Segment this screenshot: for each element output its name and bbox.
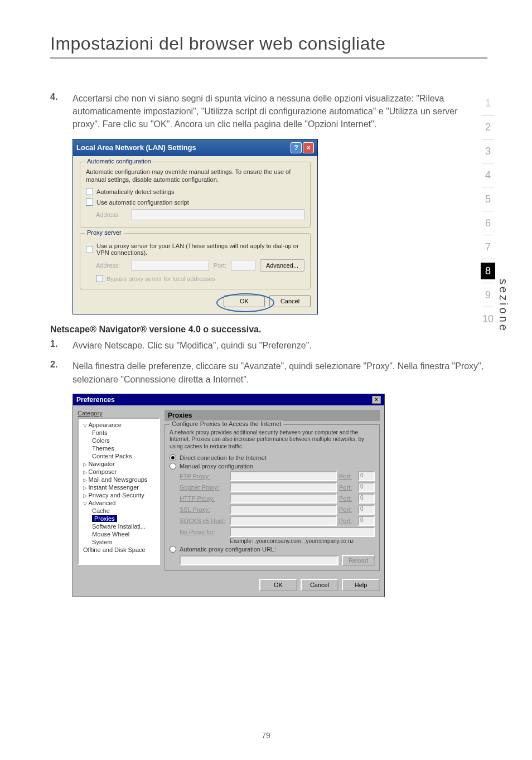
close-icon[interactable]: ×	[303, 142, 314, 153]
gopher-port: 0	[358, 482, 375, 492]
gopher-input	[230, 482, 337, 492]
port-label: Port:	[339, 517, 356, 524]
tab-8[interactable]: 8	[481, 263, 495, 279]
proxy-server-group: Proxy server Use a proxy server for your…	[80, 233, 311, 289]
http-label: HTTP Proxy:	[180, 495, 228, 502]
ok-button[interactable]: OK	[259, 579, 297, 591]
proxy-address-input	[132, 260, 209, 271]
ftp-proxy-row: FTP Proxy: Port: 0	[180, 471, 375, 481]
tab-1[interactable]: 1	[481, 95, 495, 112]
manual-proxy-row[interactable]: Manual proxy configuration	[170, 463, 375, 469]
socks-label: SOCKS v5 Host:	[180, 517, 228, 524]
auto-detect-row[interactable]: Automatically detect settings	[86, 188, 304, 195]
page-number: 79	[0, 731, 532, 740]
automatic-config-group: Automatic configuration Automatic config…	[80, 162, 311, 228]
section-tabs: 1 2 3 4 5 6 7 8 9 10	[481, 95, 495, 327]
lan-title: Local Area Network (LAN) Settings	[76, 143, 196, 152]
gopher-label: Gopher Proxy:	[180, 484, 228, 491]
tree-content-packs[interactable]: Content Packs	[80, 452, 158, 460]
ssl-input	[230, 505, 337, 515]
radio-icon[interactable]	[170, 546, 176, 553]
tree-mouse[interactable]: Mouse Wheel	[80, 530, 158, 538]
close-icon[interactable]: ×	[372, 396, 381, 404]
tree-fonts[interactable]: Fonts	[80, 429, 158, 437]
preferences-dialog: Preferences × Category Appearance Fonts …	[72, 394, 385, 598]
proxy-use-row[interactable]: Use a proxy server for your LAN (These s…	[86, 243, 304, 256]
direct-connection-row[interactable]: Direct connection to the Internet	[170, 454, 375, 461]
pref-titlebar: Preferences ×	[73, 394, 384, 405]
tree-themes[interactable]: Themes	[80, 444, 158, 452]
cancel-button[interactable]: Cancel	[269, 295, 311, 307]
category-label: Category	[78, 410, 160, 417]
tree-offline[interactable]: Offline and Disk Space	[80, 546, 158, 554]
socks-row: SOCKS v5 Host: Port: 0	[180, 516, 375, 526]
tree-proxies[interactable]: Proxies	[80, 515, 158, 522]
tree-mail[interactable]: Mail and Newsgroups	[80, 476, 158, 483]
tree-colors[interactable]: Colors	[80, 437, 158, 444]
lan-dialog: Local Area Network (LAN) Settings ? × Au…	[72, 139, 318, 315]
step-4-num: 4.	[50, 92, 72, 131]
step-4-body: Accertarsi che non vi siano segni di spu…	[72, 92, 487, 131]
category-tree[interactable]: Appearance Fonts Colors Themes Content P…	[78, 418, 160, 565]
tab-7[interactable]: 7	[481, 239, 495, 255]
radio-icon[interactable]	[170, 463, 176, 469]
auto-proxy-row[interactable]: Automatic proxy configuration URL:	[170, 546, 375, 553]
ok-button[interactable]: OK	[224, 295, 265, 307]
tree-advanced[interactable]: Advanced	[80, 499, 158, 507]
ftp-label: FTP Proxy:	[180, 473, 228, 480]
tab-4[interactable]: 4	[481, 167, 495, 183]
gopher-proxy-row: Gopher Proxy: Port: 0	[180, 482, 375, 492]
ftp-port: 0	[358, 471, 375, 481]
checkbox-icon[interactable]	[86, 199, 93, 206]
tree-navigator[interactable]: Navigator	[80, 460, 158, 468]
http-input	[230, 493, 337, 504]
proxies-desc: A network proxy provides additional secu…	[170, 429, 375, 451]
help-icon[interactable]: ?	[291, 142, 302, 153]
tree-im[interactable]: Instant Messenger	[80, 483, 158, 491]
proxy-desc: Use a proxy server for your LAN (These s…	[96, 243, 304, 256]
lan-titlebar: Local Area Network (LAN) Settings ? ×	[73, 139, 317, 156]
tab-2[interactable]: 2	[481, 119, 495, 135]
ssl-proxy-row: SSL Proxy: Port: 0	[180, 505, 375, 515]
auto-url-input	[180, 555, 338, 565]
step-ns2-num: 2.	[50, 360, 72, 385]
tab-10[interactable]: 10	[481, 311, 495, 327]
title-rule	[50, 57, 487, 59]
tab-6[interactable]: 6	[481, 215, 495, 231]
ssl-port: 0	[358, 505, 375, 515]
tree-composer[interactable]: Composer	[80, 468, 158, 476]
step-ns1-body: Avviare Netscape. Clic su "Modifica", qu…	[72, 339, 487, 352]
checkbox-icon	[96, 275, 103, 282]
auto-detect-label: Automatically detect settings	[96, 188, 174, 195]
checkbox-icon[interactable]	[86, 188, 93, 195]
proxy-group-title: Proxy server	[85, 229, 124, 236]
pref-title: Preferences	[76, 396, 115, 404]
tab-5[interactable]: 5	[481, 191, 495, 207]
tree-appearance[interactable]: Appearance	[80, 421, 158, 429]
radio-icon[interactable]	[170, 454, 176, 461]
address-input	[132, 209, 304, 220]
port-label: Port:	[339, 495, 356, 502]
direct-label: Direct connection to the Internet	[180, 454, 267, 461]
address-label: Address	[96, 211, 127, 218]
page-title: Impostazioni del browser web consigliate	[50, 33, 487, 54]
tree-system[interactable]: System	[80, 538, 158, 546]
http-port: 0	[358, 493, 375, 504]
step-ns1-num: 1.	[50, 339, 72, 352]
tab-3[interactable]: 3	[481, 143, 495, 159]
tree-cache[interactable]: Cache	[80, 507, 158, 515]
http-proxy-row: HTTP Proxy: Port: 0	[180, 493, 375, 504]
auto-script-row[interactable]: Use automatic configuration script	[86, 199, 304, 206]
noproxy-input	[230, 527, 375, 537]
tree-privacy[interactable]: Privacy and Security	[80, 491, 158, 499]
socks-input	[230, 516, 337, 526]
port-label: Port:	[339, 506, 356, 513]
help-button[interactable]: Help	[342, 579, 380, 591]
cancel-button[interactable]: Cancel	[301, 579, 338, 591]
proxy-port-input	[231, 260, 255, 271]
step-ns-1: 1. Avviare Netscape. Clic su "Modifica",…	[50, 339, 487, 352]
checkbox-icon[interactable]	[86, 246, 93, 253]
tab-9[interactable]: 9	[481, 287, 495, 303]
tree-software[interactable]: Software Installati...	[80, 522, 158, 530]
advanced-button[interactable]: Advanced...	[260, 259, 304, 272]
